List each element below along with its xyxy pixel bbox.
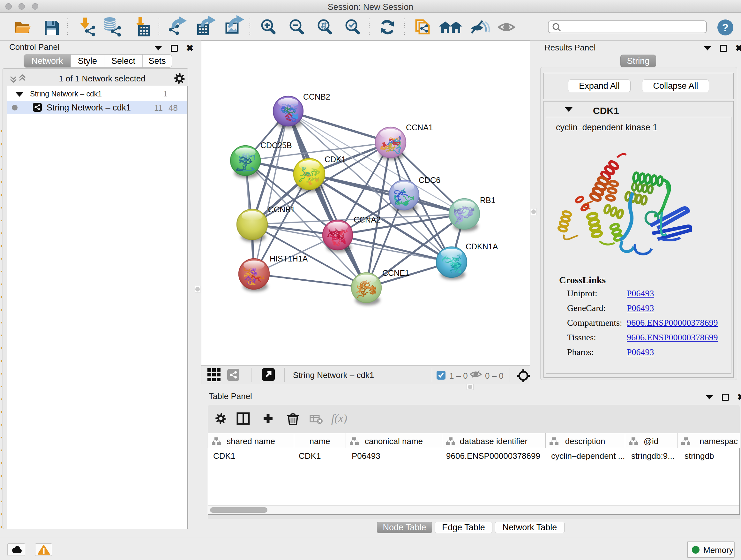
svg-text:CDKN1A: CDKN1A	[466, 242, 498, 251]
svg-text:CDK1: CDK1	[325, 155, 346, 164]
svg-text:RB1: RB1	[480, 196, 495, 205]
svg-text:CDC25B: CDC25B	[260, 141, 292, 150]
svg-text:HIST1H1A: HIST1H1A	[270, 254, 308, 263]
svg-text:CCNA1: CCNA1	[406, 123, 433, 132]
svg-text:CDC6: CDC6	[419, 176, 441, 185]
svg-text:CCNB2: CCNB2	[303, 92, 330, 101]
svg-text:CCNA2: CCNA2	[354, 215, 381, 224]
svg-text:CCNB1: CCNB1	[268, 205, 295, 214]
svg-text:CCNE1: CCNE1	[382, 268, 409, 277]
